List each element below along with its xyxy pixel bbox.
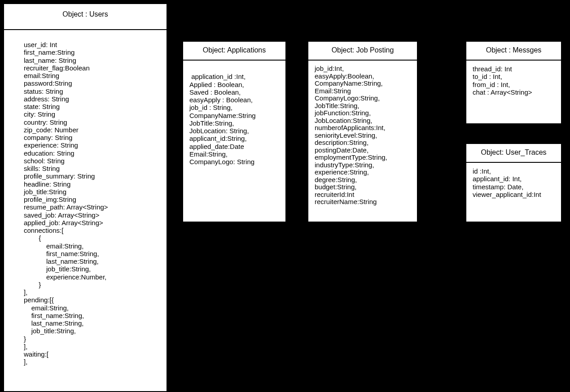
object-messages-title: Object : Messges bbox=[466, 42, 561, 61]
object-messages-body: thread_id: Int to_id : Int, from_id : In… bbox=[466, 61, 561, 100]
object-jobposting-body: job_id:Int, easyApply:Boolean, CompanyNa… bbox=[308, 61, 417, 210]
object-applications-body: application_id :Int, Applied : Boolean, … bbox=[183, 61, 285, 170]
object-users-body: user_id: Int first_name:String last_name… bbox=[4, 30, 167, 370]
object-users-title: Object : Users bbox=[4, 4, 167, 30]
object-usertraces-title: Object: User_Traces bbox=[466, 144, 561, 163]
object-applications-title: Object: Applications bbox=[183, 42, 285, 61]
object-users-box: Object : Users user_id: Int first_name:S… bbox=[3, 3, 167, 392]
object-usertraces-box: Object: User_Traces id :Int, applicant_i… bbox=[465, 143, 562, 222]
object-applications-box: Object: Applications application_id :Int… bbox=[182, 41, 286, 222]
object-usertraces-body: id :Int, applicant_id: Int, timestamp: D… bbox=[466, 163, 561, 203]
object-jobposting-box: Object: Job Posting job_id:Int, easyAppl… bbox=[307, 41, 418, 222]
object-jobposting-title: Object: Job Posting bbox=[308, 42, 417, 61]
object-messages-box: Object : Messges thread_id: Int to_id : … bbox=[465, 41, 562, 124]
